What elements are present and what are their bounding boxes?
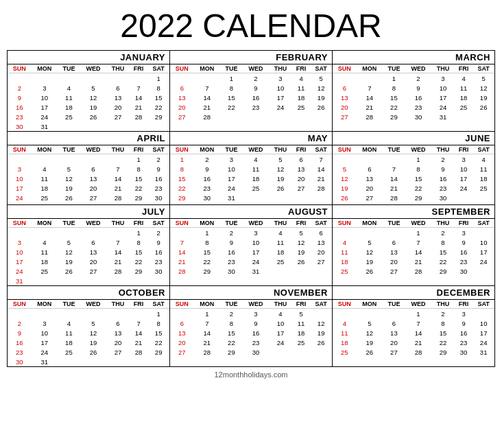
day-cell: 6 — [80, 164, 106, 174]
day-cell: 29 — [383, 112, 405, 121]
day-cell — [383, 357, 405, 359]
day-cell — [130, 357, 147, 366]
day-cell: 22 — [147, 338, 169, 347]
day-cell: 14 — [194, 328, 220, 338]
day-cell: 4 — [269, 309, 292, 319]
day-cell — [269, 112, 292, 121]
day-cell: 8 — [147, 318, 169, 328]
day-cell: 2 — [147, 228, 169, 238]
week-row — [333, 357, 494, 359]
week-row: 13141516171819 — [333, 93, 494, 102]
day-cell — [383, 309, 405, 319]
day-cell: 5 — [269, 154, 292, 165]
day-cell — [269, 202, 292, 204]
day-cell: 26 — [310, 102, 332, 112]
day-cell: 8 — [194, 237, 220, 247]
day-cell: 18 — [243, 174, 269, 183]
day-header: THU — [431, 300, 455, 309]
day-cell: 22 — [130, 257, 147, 266]
day-cell: 14 — [194, 93, 220, 102]
week-row: 9101112131415 — [8, 328, 169, 338]
week-row: 10111213141516 — [8, 247, 169, 257]
day-cell: 14 — [310, 164, 332, 174]
week-row: 17181920212223 — [8, 183, 169, 193]
day-header: THU — [269, 219, 292, 228]
day-cell: 13 — [292, 164, 310, 174]
day-cell: 27 — [80, 193, 106, 202]
week-row: 31 — [8, 276, 169, 285]
footer-text: 12monthholidays.com — [7, 370, 495, 379]
day-cell: 29 — [170, 193, 194, 202]
day-cell: 15 — [431, 247, 455, 257]
day-header: FRI — [292, 300, 310, 309]
week-row: 12131415161718 — [333, 174, 494, 183]
day-cell — [8, 228, 32, 238]
day-cell: 7 — [194, 318, 220, 328]
day-cell: 30 — [8, 357, 32, 366]
day-header: WED — [243, 219, 269, 228]
day-header: WED — [405, 64, 431, 73]
day-cell — [58, 73, 80, 84]
month-header: JANUARY — [8, 51, 169, 64]
day-cell — [106, 357, 130, 366]
day-cell: 26 — [80, 347, 106, 357]
day-header: THU — [269, 145, 292, 154]
week-row: 24252627282930 — [8, 193, 169, 202]
day-cell — [243, 193, 269, 202]
day-cell: 21 — [194, 102, 220, 112]
day-cell: 8 — [130, 164, 147, 174]
day-cell: 6 — [383, 237, 405, 247]
day-cell — [455, 121, 473, 123]
day-cell: 19 — [80, 338, 106, 347]
day-cell — [292, 276, 310, 278]
day-cell: 13 — [170, 328, 194, 338]
week-row: 16171819202122 — [8, 338, 169, 347]
day-cell: 28 — [130, 112, 147, 121]
day-header: THU — [269, 300, 292, 309]
day-cell: 30 — [147, 266, 169, 276]
day-cell: 5 — [292, 309, 310, 319]
day-cell — [333, 276, 357, 278]
day-cell: 29 — [147, 347, 169, 357]
day-header: WED — [80, 219, 106, 228]
day-cell — [8, 202, 32, 204]
week-row: 24252627282930 — [8, 266, 169, 276]
page-title: 2022 CALENDAR — [7, 7, 495, 45]
day-cell: 22 — [383, 102, 405, 112]
week-row: 25262728293031 — [333, 347, 494, 357]
day-cell: 21 — [170, 257, 194, 266]
day-cell: 10 — [8, 247, 32, 257]
day-cell — [431, 121, 455, 123]
day-cell: 14 — [405, 247, 431, 257]
day-cell — [170, 276, 194, 278]
day-cell: 5 — [80, 83, 106, 93]
week-row — [170, 121, 332, 123]
day-cell: 6 — [106, 318, 130, 328]
day-cell: 27 — [106, 112, 130, 121]
day-header: SAT — [473, 219, 494, 228]
month-header: MARCH — [333, 51, 494, 64]
day-cell: 23 — [405, 102, 431, 112]
day-cell: 18 — [333, 257, 357, 266]
day-cell: 25 — [292, 338, 310, 347]
day-cell — [357, 202, 383, 204]
day-cell — [58, 357, 80, 366]
day-cell: 3 — [431, 73, 455, 84]
day-cell: 16 — [431, 174, 455, 183]
month-header: AUGUST — [170, 205, 332, 219]
day-header: WED — [243, 145, 269, 154]
week-row: 12345 — [170, 73, 332, 84]
day-header: MON — [357, 219, 383, 228]
day-cell: 11 — [32, 247, 58, 257]
day-header: SUN — [333, 64, 357, 73]
day-cell: 9 — [455, 237, 473, 247]
day-cell: 4 — [292, 73, 310, 84]
day-cell — [32, 276, 58, 285]
day-cell: 20 — [80, 257, 106, 266]
day-cell: 2 — [8, 318, 32, 328]
day-cell: 2 — [220, 228, 243, 238]
day-cell: 22 — [431, 257, 455, 266]
day-cell — [357, 154, 383, 165]
day-cell: 16 — [243, 328, 269, 338]
day-cell — [170, 228, 194, 238]
